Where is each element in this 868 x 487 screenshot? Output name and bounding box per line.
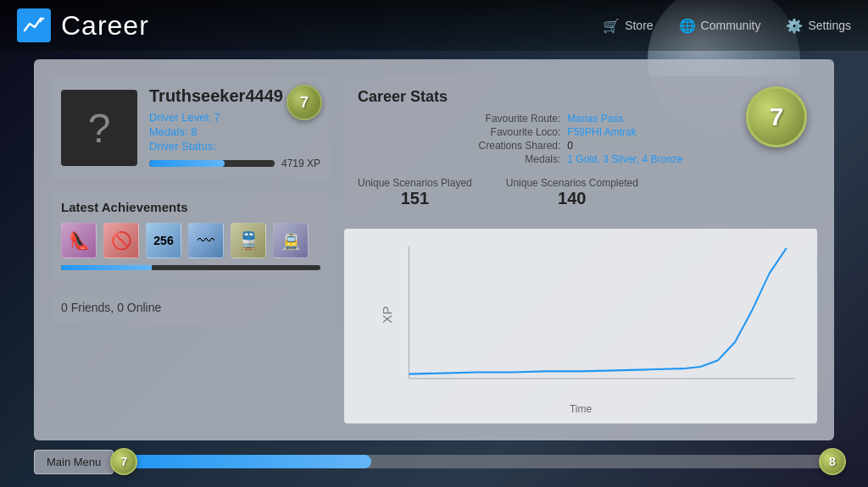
- achievement-icon-6[interactable]: 🚊: [273, 223, 309, 258]
- unique-played-value: 151: [358, 189, 472, 208]
- community-icon: 🌐: [679, 18, 696, 34]
- xp-chart: XP: [375, 237, 804, 401]
- chart-x-label: Time: [358, 403, 804, 415]
- friends-card: 0 Friends, 0 Online: [51, 291, 331, 324]
- driver-status-stat: Driver Status:: [149, 140, 320, 152]
- main-content: ? Truthseeker4449 Driver Level: 7 Medals…: [34, 59, 834, 440]
- right-panel: Career Stats Favourite Route: Marias Pas…: [344, 76, 817, 423]
- career-stats-card: Career Stats Favourite Route: Marias Pas…: [344, 76, 817, 220]
- header: Career 🛒 Store 🌐 Community ⚙️ Settings: [0, 0, 868, 51]
- driver-level-label: Driver Level:: [149, 111, 211, 124]
- driver-status-label: Driver Status:: [149, 140, 216, 152]
- logo: Career: [17, 8, 149, 42]
- xp-value: 4719 XP: [281, 158, 320, 169]
- store-nav-item[interactable]: 🛒 Store: [603, 18, 653, 34]
- xp-bar-container: 4719 XP: [149, 158, 320, 169]
- store-icon: 🛒: [603, 18, 620, 34]
- career-level-badge: 7: [746, 86, 807, 147]
- unique-stats: Unique Scenarios Played 151 Unique Scena…: [358, 172, 804, 208]
- achievement-icon-1[interactable]: 👠: [61, 223, 97, 258]
- driver-level-value: 7: [214, 111, 220, 124]
- bottom-bar: Main Menu 7 8: [34, 445, 834, 479]
- settings-icon: ⚙️: [786, 18, 803, 34]
- main-menu-button[interactable]: Main Menu: [34, 450, 114, 474]
- unique-completed-value: 140: [506, 189, 638, 208]
- nav-bar: 🛒 Store 🌐 Community ⚙️ Settings: [603, 18, 851, 34]
- achievements-fill: [61, 265, 152, 270]
- unique-completed: Unique Scenarios Completed 140: [506, 177, 638, 208]
- stats-grid: Favourite Route: Marias Pass Favourite L…: [358, 113, 804, 165]
- achievements-card: Latest Achievements 👠 🚫 256 〰 🚆 🚊: [51, 190, 331, 280]
- chart-area: XP: [375, 237, 804, 401]
- achievements-icons: 👠 🚫 256 〰 🚆 🚊: [61, 223, 320, 258]
- fav-route-label: Favourite Route:: [358, 113, 560, 125]
- left-panel: ? Truthseeker4449 Driver Level: 7 Medals…: [51, 76, 331, 423]
- profile-level-badge: 7: [287, 85, 322, 120]
- unique-played: Unique Scenarios Played 151: [358, 177, 472, 208]
- profile-card: ? Truthseeker4449 Driver Level: 7 Medals…: [51, 76, 331, 180]
- career-stats-title: Career Stats: [358, 88, 804, 106]
- medals-value: 8: [191, 125, 197, 138]
- store-label: Store: [625, 19, 653, 32]
- community-label: Community: [701, 19, 761, 32]
- fav-loco-label: Favourite Loco:: [358, 126, 560, 138]
- page-title: Career: [61, 10, 149, 42]
- achievements-progress-bar: [61, 265, 320, 270]
- avatar-placeholder: ?: [88, 105, 111, 152]
- creations-label: Creations Shared:: [358, 140, 560, 152]
- medals-stat-label: Medals:: [358, 153, 560, 165]
- xp-bar: [149, 160, 275, 167]
- settings-label: Settings: [808, 19, 851, 32]
- community-nav-item[interactable]: 🌐 Community: [679, 18, 761, 34]
- unique-completed-label: Unique Scenarios Completed: [506, 177, 638, 189]
- friends-text: 0 Friends, 0 Online: [61, 301, 320, 314]
- progress-track: 7 8: [122, 455, 834, 468]
- settings-nav-item[interactable]: ⚙️ Settings: [786, 18, 851, 34]
- achievement-icon-5[interactable]: 🚆: [231, 223, 266, 258]
- progress-fill: [122, 455, 371, 468]
- achievement-icon-3[interactable]: 256: [146, 223, 181, 258]
- medals-stat: Medals: 8: [149, 125, 320, 138]
- progress-level-left: 7: [110, 448, 137, 475]
- unique-played-label: Unique Scenarios Played: [358, 177, 472, 189]
- svg-text:XP: XP: [381, 307, 394, 324]
- progress-level-right: 8: [819, 448, 846, 475]
- achievement-icon-2[interactable]: 🚫: [103, 223, 139, 258]
- chart-card: XP Time: [344, 229, 817, 423]
- xp-fill: [149, 160, 225, 167]
- medals-stat-value: 1 Gold, 3 Silver, 4 Bronze: [567, 153, 804, 165]
- logo-icon: [17, 8, 51, 42]
- achievements-title: Latest Achievements: [61, 200, 320, 214]
- achievement-icon-4[interactable]: 〰: [188, 223, 224, 258]
- avatar: ?: [61, 90, 137, 166]
- medals-label: Medals:: [149, 125, 188, 138]
